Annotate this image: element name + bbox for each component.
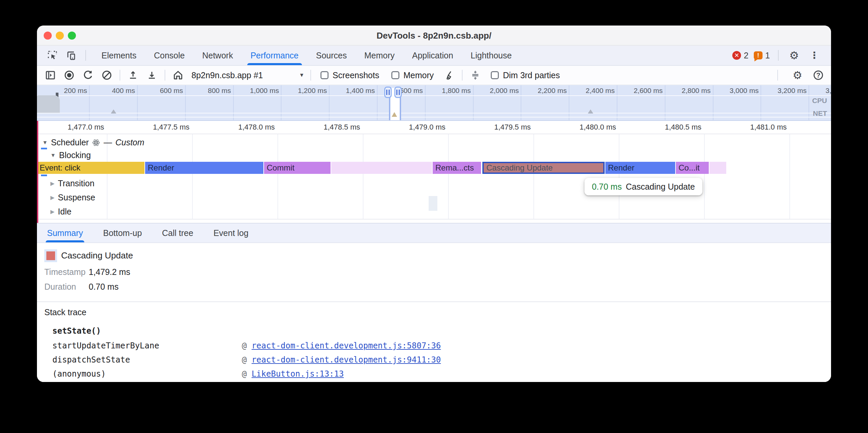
flame-bar-span[interactable] (331, 162, 432, 174)
dim-3rd-parties-label: Dim 3rd parties (503, 70, 560, 80)
flame-bars-row: Event: clickRenderCommitRema...ctsCascad… (37, 162, 831, 174)
inspect-element-icon[interactable] (45, 48, 60, 63)
tab-elements[interactable]: Elements (93, 46, 145, 65)
ruler-tick-label: 1,479.0 ms (409, 123, 448, 132)
event-color-swatch (46, 252, 55, 260)
tooltip-duration: 0.70 ms (592, 182, 622, 192)
flame-bar-render[interactable]: Render (145, 162, 264, 174)
overview-tick-label: 1,800 ms (442, 87, 473, 95)
tab-console[interactable]: Console (145, 46, 193, 65)
chart-gridline (448, 134, 449, 219)
tab-performance[interactable]: Performance (242, 46, 307, 65)
save-profile-icon[interactable] (145, 68, 159, 82)
flame-bar-label: Commit (267, 163, 294, 172)
flame-bar-render[interactable]: Render (604, 162, 675, 174)
overview-tick-label: 800 ms (208, 87, 233, 95)
source-location-link[interactable]: react-dom-client.development.js:9411:30 (252, 355, 441, 365)
window-title: DevTools - 8p2n9n.csb.app/ (37, 26, 831, 46)
home-icon[interactable] (170, 68, 185, 82)
flame-bar-commit[interactable]: Commit (264, 162, 331, 174)
group-transition[interactable]: ▶Transition (51, 178, 94, 188)
details-tab-summary[interactable]: Summary (47, 224, 83, 242)
group-blocking[interactable]: ▼ Blocking (51, 151, 91, 160)
group-suspense[interactable]: ▶Suspense (51, 193, 95, 202)
toggle-sidebar-icon[interactable] (43, 68, 58, 82)
scrubber-right-handle[interactable] (394, 87, 402, 98)
details-tabbar: SummaryBottom-upCall treeEvent log (37, 223, 831, 243)
screenshots-checkbox[interactable]: Screenshots (320, 70, 379, 80)
separator (778, 50, 779, 61)
capture-settings-gear-icon[interactable]: ⚙ (790, 68, 805, 82)
settings-gear-icon[interactable]: ⚙ (787, 48, 802, 63)
source-location-link[interactable]: react-dom-client.development.js:5807:36 (252, 341, 441, 351)
tab-network[interactable]: Network (193, 46, 242, 65)
overview-gridline (473, 85, 474, 120)
details-tab-event-log[interactable]: Event log (213, 224, 248, 242)
tab-memory[interactable]: Memory (355, 46, 403, 65)
scrubber-left-handle[interactable] (384, 87, 392, 98)
collect-garbage-icon[interactable] (442, 68, 457, 82)
tab-application[interactable]: Application (403, 46, 462, 65)
frame-function: dispatchSetState (53, 355, 130, 365)
help-icon[interactable]: ? (814, 70, 823, 80)
screenshots-label: Screenshots (333, 70, 379, 80)
frame-at: @ LikeButton.js:13:13 (242, 369, 344, 379)
overview-gridline (665, 85, 665, 120)
checkbox-icon (491, 71, 499, 79)
source-location-link[interactable]: LikeButton.js:13:13 (252, 369, 344, 379)
flame-bar-span[interactable] (709, 162, 726, 174)
triangle-collapsed-icon[interactable]: ▶ (51, 194, 54, 201)
more-options-icon[interactable]: ⋮ (807, 48, 822, 63)
tab-sources[interactable]: Sources (307, 46, 356, 65)
triangle-collapsed-icon[interactable]: ▶ (51, 208, 54, 215)
details-tab-bottom-up[interactable]: Bottom-up (103, 224, 142, 242)
flame-bar-label: Render (148, 163, 174, 172)
memory-checkbox[interactable]: Memory (391, 70, 434, 80)
timeline-overview[interactable]: CPU NET 200 ms400 ms600 ms800 ms1,000 ms… (37, 85, 831, 121)
chart-gridline (192, 134, 193, 219)
target-selector-value: 8p2n9n.csb.app #1 (191, 70, 263, 80)
flame-chart[interactable]: ▼ Scheduler — Custom ▼ Blocking Event: c… (37, 134, 831, 223)
error-count: 2 (744, 51, 748, 60)
tab-lighthouse[interactable]: Lighthouse (462, 46, 520, 65)
group-idle[interactable]: ▶Idle (51, 207, 71, 216)
clear-icon[interactable] (99, 68, 114, 82)
triangle-collapsed-icon[interactable]: ▶ (51, 180, 54, 187)
summary-row-value: 1,479.2 ms (89, 267, 130, 276)
overview-tick-label: 2,800 ms (682, 87, 712, 95)
overview-tick-label: 2,200 ms (538, 87, 569, 95)
device-toolbar-icon[interactable] (64, 48, 79, 63)
load-profile-icon[interactable] (126, 68, 141, 82)
tab-label: Lighthouse (471, 51, 512, 60)
flame-bar-co-it[interactable]: Co...it (675, 162, 709, 174)
target-selector-dropdown[interactable]: 8p2n9n.csb.app #1 ▼ (191, 70, 304, 80)
track-header-scheduler[interactable]: ▼ Scheduler — Custom (42, 138, 145, 147)
console-warnings-badge[interactable]: ! 1 (754, 51, 770, 60)
overview-gridline (89, 85, 90, 120)
chart-gridline (619, 134, 619, 219)
stack-origin: setState() (53, 326, 101, 336)
record-icon[interactable] (62, 68, 76, 82)
track-badge-custom: Custom (115, 138, 144, 147)
flame-bar-cascading-update[interactable]: Cascading Update (483, 162, 604, 174)
devtools-tabbar: ElementsConsoleNetworkPerformanceSources… (37, 46, 831, 66)
stack-frame: startUpdateTimerByLane@ react-dom-client… (53, 341, 159, 351)
record-and-reload-icon[interactable] (81, 68, 95, 82)
summary-row-value: 0.70 ms (89, 282, 119, 291)
details-tab-label: Event log (213, 228, 248, 238)
flame-bar-label: Cascading Update (487, 163, 553, 172)
details-tab-label: Call tree (162, 228, 193, 238)
stack-frame: (anonymous)@ LikeButton.js:13:13 (53, 369, 106, 379)
dim-3rd-parties-checkbox[interactable]: Dim 3rd parties (491, 70, 560, 80)
flame-bar-rema-cts[interactable]: Rema...cts (432, 162, 481, 174)
triangle-expanded-icon[interactable]: ▼ (51, 153, 56, 159)
details-tab-call-tree[interactable]: Call tree (162, 224, 193, 242)
compress-sampling-icon[interactable] (468, 68, 483, 82)
flame-bar-event-click[interactable]: Event: click (37, 162, 145, 174)
summary-row-duration: Duration0.70 ms (44, 282, 119, 292)
console-errors-badge[interactable]: ✕ 2 (732, 51, 748, 60)
triangle-expanded-icon[interactable]: ▼ (42, 140, 48, 146)
error-icon: ✕ (732, 51, 741, 60)
timeline-cursor-line (37, 121, 38, 223)
tab-label: Performance (251, 51, 299, 60)
